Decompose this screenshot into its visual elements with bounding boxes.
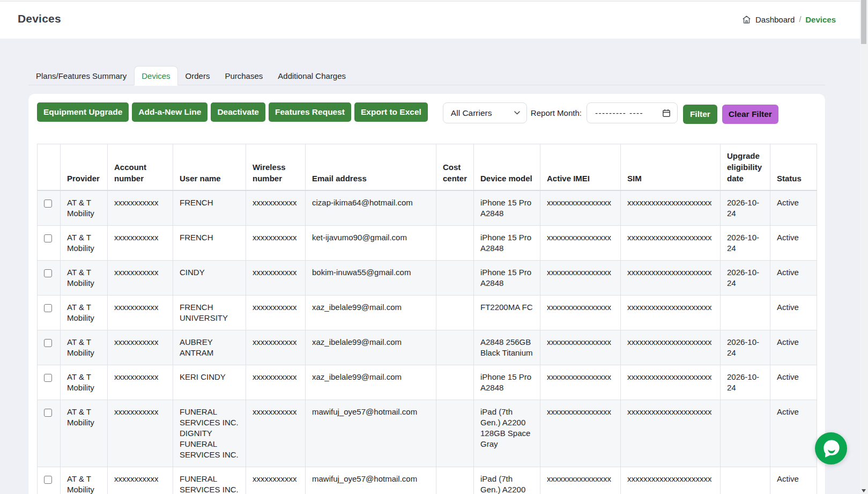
cell-wireless: xxxxxxxxxxx [246,190,306,226]
tab-purchases[interactable]: Purchases [217,66,270,85]
cell-imei: xxxxxxxxxxxxxxxx [540,296,621,330]
toolbar: Equipment UpgradeAdd-a-New LineDeactivat… [37,102,817,124]
row-checkbox-cell [38,330,61,365]
report-month-label: Report Month: [531,102,582,123]
cell-provider: AT & T Mobility [61,467,108,494]
scrollbar-thumb[interactable] [861,0,866,44]
vertical-scrollbar[interactable] [860,0,868,494]
cell-upgrade-date: 2026-10-24 [721,261,770,296]
tab-devices[interactable]: Devices [134,66,177,85]
cell-device: iPad (7th Gen.) A2200 128GB Space Gray [474,400,540,467]
cell-account: xxxxxxxxxxx [108,261,173,296]
equipment-upgrade-button[interactable]: Equipment Upgrade [37,102,129,122]
cell-account: xxxxxxxxxxx [108,226,173,261]
column-header-account-number: Account number [108,144,173,191]
devices-panel: Equipment UpgradeAdd-a-New LineDeactivat… [28,94,825,494]
add-a-new-line-button[interactable]: Add-a-New Line [132,102,207,122]
cell-device: iPhone 15 Pro A2848 [474,226,540,261]
cell-account: xxxxxxxxxxx [108,365,173,400]
page-title: Devices [18,12,61,25]
calendar-icon[interactable] [662,109,671,117]
cell-upgrade-date: 2026-10-24 [721,365,770,400]
carrier-select[interactable]: All Carriers [443,102,527,123]
tab-additional-charges[interactable]: Additional Charges [270,66,353,85]
scrollbar-down-arrow-icon[interactable] [862,489,866,492]
row-checkbox[interactable] [44,200,52,208]
cell-account: xxxxxxxxxxx [108,400,173,467]
cell-user: FRENCH UNIVERSITY [173,296,246,330]
tab-orders[interactable]: Orders [178,66,218,85]
report-month-input[interactable]: --------- ---- [587,102,678,123]
cell-status: Active [770,400,817,467]
clear-filter-button[interactable]: Clear Filter [722,105,778,124]
cell-sim: xxxxxxxxxxxxxxxxxxxxx [621,296,721,330]
top-bar: Devices Dashboard / Devices [0,0,860,39]
row-checkbox-cell [38,261,61,296]
cell-provider: AT & T Mobility [61,190,108,226]
row-checkbox[interactable] [44,339,52,347]
row-checkbox[interactable] [44,374,52,382]
cell-email: cizap-ikima64@hotmail.com [306,190,436,226]
row-checkbox-cell [38,365,61,400]
cell-upgrade-date: 2026-10-24 [721,190,770,226]
row-checkbox-cell [38,190,61,226]
cell-upgrade-date [721,400,770,467]
cell-provider: AT & T Mobility [61,261,108,296]
row-checkbox[interactable] [44,304,52,312]
cell-upgrade-date [721,296,770,330]
cell-sim: xxxxxxxxxxxxxxxxxxxxx [621,467,721,494]
action-button-group: Equipment UpgradeAdd-a-New LineDeactivat… [37,102,428,122]
cell-cost-center [436,296,474,330]
cell-device: iPhone 15 Pro A2848 [474,261,540,296]
chevron-down-icon [514,111,520,115]
cell-account: xxxxxxxxxxx [108,467,173,494]
row-checkbox[interactable] [44,409,52,417]
cell-status: Active [770,190,817,226]
cell-account: xxxxxxxxxxx [108,296,173,330]
filter-button[interactable]: Filter [683,105,717,124]
cell-imei: xxxxxxxxxxxxxxxx [540,365,621,400]
breadcrumb-dashboard[interactable]: Dashboard [755,15,795,24]
table-header-row: ProviderAccount numberUser nameWireless … [38,144,817,191]
table-row: AT & T MobilityxxxxxxxxxxxFRENCHxxxxxxxx… [38,226,817,261]
column-header-upgrade-eligibility-date: Upgrade eligibility date [721,144,770,191]
cell-imei: xxxxxxxxxxxxxxxx [540,400,621,467]
tab-plans-features-summary[interactable]: Plans/Features Summary [28,66,134,85]
export-to-excel-button[interactable]: Export to Excel [354,102,428,122]
chat-bubble-icon [815,432,847,464]
cell-wireless: xxxxxxxxxxx [246,330,306,365]
chat-launcher-button[interactable] [815,432,847,464]
cell-imei: xxxxxxxxxxxxxxxx [540,330,621,365]
table-row: AT & T MobilityxxxxxxxxxxxFRENCH UNIVERS… [38,296,817,330]
home-icon[interactable] [742,15,751,24]
row-checkbox[interactable] [44,476,52,484]
row-checkbox[interactable] [44,234,52,242]
window-top-strip [0,0,860,2]
column-header-email-address: Email address [306,144,436,191]
cell-provider: AT & T Mobility [61,400,108,467]
cell-wireless: xxxxxxxxxxx [246,467,306,494]
table-row: AT & T MobilityxxxxxxxxxxxAUBREY ANTRAMx… [38,330,817,365]
table-row: AT & T MobilityxxxxxxxxxxxFRENCHxxxxxxxx… [38,190,817,226]
cell-wireless: xxxxxxxxxxx [246,261,306,296]
report-month-value: --------- ---- [595,108,643,117]
deactivate-button[interactable]: Deactivate [211,102,265,122]
cell-device: iPhone 15 Pro A2848 [474,190,540,226]
cell-cost-center [436,190,474,226]
cell-cost-center [436,400,474,467]
cell-email: bokim-inuwa55@gmail.com [306,261,436,296]
cell-user: FUNERAL SERVICES INC. DIGNITY FUNERAL SE… [173,400,246,467]
cell-email: xaz_ibelale99@mail.com [306,330,436,365]
cell-device: A2848 256GB Black Titanium [474,330,540,365]
row-checkbox[interactable] [44,269,52,277]
breadcrumb-separator: / [799,15,801,24]
carrier-select-value: All Carriers [451,108,492,118]
cell-sim: xxxxxxxxxxxxxxxxxxxxx [621,365,721,400]
column-header-sim: SIM [621,144,721,191]
breadcrumb: Dashboard / Devices [742,0,836,39]
cell-sim: xxxxxxxxxxxxxxxxxxxxx [621,261,721,296]
row-checkbox-cell [38,467,61,494]
cell-user: CINDY [173,261,246,296]
cell-status: Active [770,330,817,365]
features-request-button[interactable]: Features Request [269,102,351,122]
